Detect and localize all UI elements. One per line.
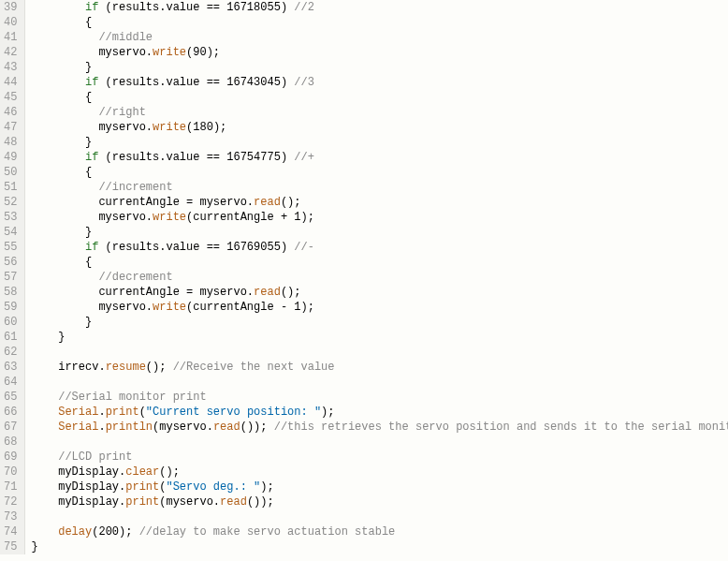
line-number: 39	[4, 0, 17, 15]
code-line	[31, 375, 728, 390]
token-comment: //LCD print	[58, 450, 132, 464]
line-number: 61	[4, 330, 17, 345]
token-number: 16769055	[226, 241, 281, 254]
token-plain: (results	[98, 241, 159, 254]
token-method: read	[254, 286, 281, 299]
line-number: 55	[4, 240, 17, 255]
token-op: .	[146, 211, 153, 224]
code-line: //right	[31, 105, 728, 120]
token-plain: (results	[98, 76, 159, 89]
code-area[interactable]: if (results.value == 16718055) //2 { //m…	[25, 0, 728, 554]
token-comment: //Serial monitor print	[58, 391, 206, 404]
line-number: 50	[4, 165, 17, 180]
token-comment: //-	[294, 241, 314, 254]
token-plain: {	[85, 91, 92, 104]
token-method: println	[106, 421, 153, 434]
token-number: 180	[193, 121, 213, 134]
token-plain: }	[85, 61, 92, 74]
token-op: .	[146, 121, 153, 134]
token-op: ==	[207, 151, 220, 164]
token-comment: //right	[98, 106, 145, 119]
token-op: .	[98, 406, 105, 419]
token-plain: value	[166, 151, 206, 164]
token-method: print	[125, 495, 159, 509]
line-number: 49	[4, 150, 17, 165]
token-plain: }	[85, 226, 92, 239]
line-number: 47	[4, 120, 17, 135]
code-line: myservo.write(180);	[31, 120, 728, 135]
token-op: ==	[207, 241, 220, 254]
token-plain: );	[213, 121, 226, 134]
token-plain: myservo	[98, 46, 145, 59]
code-line: {	[31, 165, 728, 180]
line-number: 45	[4, 90, 17, 105]
line-number: 59	[4, 300, 17, 315]
line-number: 73	[4, 509, 17, 524]
token-op: .	[98, 421, 105, 434]
token-plain: (currentAngle +	[186, 211, 294, 224]
token-plain: }	[58, 331, 65, 344]
line-number: 53	[4, 210, 17, 225]
token-comment: //3	[294, 76, 314, 89]
code-editor: 3940414243444546474849505152535455565758…	[0, 0, 728, 554]
line-number: 46	[4, 105, 17, 120]
code-line: Serial.print("Current servo position: ")…	[31, 405, 728, 420]
code-line: //middle	[31, 30, 728, 45]
token-plain: ();	[146, 361, 173, 374]
token-plain: {	[85, 166, 92, 179]
code-line: }	[31, 330, 728, 345]
token-plain: value	[166, 241, 206, 254]
token-plain: {	[85, 256, 92, 269]
token-op: .	[213, 495, 220, 509]
line-number: 72	[4, 495, 17, 509]
token-method: write	[153, 121, 186, 134]
token-method: read	[220, 495, 247, 509]
token-type: Serial	[58, 421, 98, 434]
token-keyword: if	[85, 241, 98, 254]
code-line: {	[31, 15, 728, 30]
token-plain: )	[281, 241, 294, 254]
token-plain: );	[300, 301, 313, 314]
token-plain: myDisplay	[58, 495, 119, 509]
token-method: write	[153, 46, 186, 59]
code-line	[31, 509, 728, 524]
code-line: myDisplay.print("Servo deg.: ");	[31, 480, 728, 495]
token-plain: ();	[159, 465, 180, 479]
code-line: currentAngle = myservo.read();	[31, 195, 728, 210]
token-plain: myservo	[98, 211, 145, 224]
token-plain: );	[119, 525, 139, 539]
code-line: myDisplay.clear();	[31, 465, 728, 480]
line-number: 51	[4, 180, 17, 195]
line-number: 40	[4, 15, 17, 30]
line-number: 70	[4, 465, 17, 480]
line-number: 58	[4, 285, 17, 300]
token-plain: }	[85, 316, 92, 329]
line-number: 60	[4, 315, 17, 330]
token-op: .	[146, 301, 153, 314]
token-type: Serial	[58, 406, 98, 419]
line-number: 41	[4, 30, 17, 45]
token-op: ==	[207, 1, 220, 14]
code-line: //Serial monitor print	[31, 390, 728, 405]
code-line: }	[31, 60, 728, 75]
token-comment: //middle	[98, 31, 153, 44]
code-line	[31, 345, 728, 360]
code-line: //decrement	[31, 270, 728, 285]
code-line: }	[31, 225, 728, 240]
line-number: 57	[4, 270, 17, 285]
line-number: 62	[4, 345, 17, 360]
token-plain: myservo	[98, 121, 145, 134]
token-plain: ());	[247, 495, 274, 509]
token-plain: ());	[240, 421, 274, 434]
token-number: 16718055	[226, 1, 281, 14]
token-op: .	[247, 196, 254, 209]
token-comment: //decrement	[98, 271, 172, 284]
line-number: 65	[4, 390, 17, 405]
token-op: .	[207, 421, 213, 434]
line-number: 69	[4, 450, 17, 465]
code-line: {	[31, 90, 728, 105]
token-method: write	[153, 301, 186, 314]
line-number: 74	[4, 524, 17, 539]
token-plain: (results	[98, 1, 159, 14]
token-plain: (results	[98, 151, 159, 164]
